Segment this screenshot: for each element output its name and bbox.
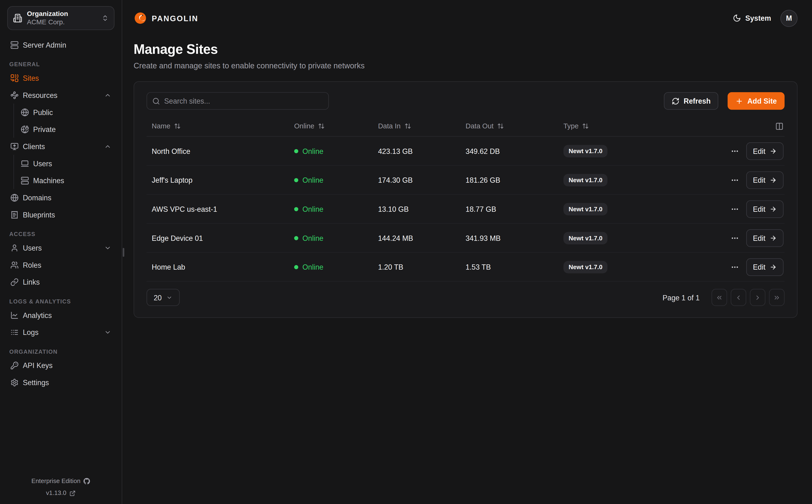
sort-icon xyxy=(582,123,589,129)
sidebar-item-label: Users xyxy=(33,159,52,167)
globe-icon xyxy=(10,193,19,202)
sort-icon xyxy=(404,123,411,129)
sidebar-item-domains[interactable]: Domains xyxy=(7,189,114,206)
refresh-button[interactable]: Refresh xyxy=(664,92,719,110)
sidebar-item-label: Server Admin xyxy=(23,41,66,49)
section-label-access: ACCESS xyxy=(9,231,114,237)
building-icon xyxy=(13,14,22,23)
sidebar-item-client-users[interactable]: Users xyxy=(14,155,115,172)
sidebar-item-public[interactable]: Public xyxy=(14,104,115,121)
page-size-select[interactable]: 20 xyxy=(147,289,180,306)
sort-icon xyxy=(318,123,325,129)
status-label: Online xyxy=(302,263,323,271)
sidebar-item-logs[interactable]: Logs xyxy=(7,323,114,341)
sidebar-item-label: Resources xyxy=(23,91,57,99)
sidebar-item-label: Users xyxy=(23,244,42,252)
chart-line-icon xyxy=(10,311,19,319)
arrow-right-icon xyxy=(770,205,777,212)
theme-label: System xyxy=(745,14,771,22)
sidebar-item-sites[interactable]: Sites xyxy=(7,69,114,86)
search-input[interactable] xyxy=(164,97,323,105)
row-menu-button[interactable] xyxy=(731,263,739,271)
chevron-left-icon xyxy=(735,294,742,301)
type-badge: Newt v1.7.0 xyxy=(563,261,608,273)
edit-button[interactable]: Edit xyxy=(746,258,784,276)
sites-icon xyxy=(10,74,19,82)
edit-button[interactable]: Edit xyxy=(746,229,784,247)
add-site-label: Add Site xyxy=(747,97,777,105)
sidebar-item-private[interactable]: Private xyxy=(14,121,115,138)
edit-button[interactable]: Edit xyxy=(746,200,784,218)
sidebar-item-resources[interactable]: Resources xyxy=(7,86,114,104)
org-switcher[interactable]: Organization ACME Corp. xyxy=(7,6,114,30)
online-dot-icon xyxy=(294,178,298,182)
column-header-type[interactable]: Type xyxy=(558,122,688,130)
section-label-organization: ORGANIZATION xyxy=(9,348,114,355)
sidebar-item-clients[interactable]: Clients xyxy=(7,138,114,155)
sidebar-item-label: Roles xyxy=(23,261,41,269)
version-link[interactable]: v1.13.0 xyxy=(0,487,122,499)
sidebar-item-label: Settings xyxy=(23,378,49,387)
sidebar-item-blueprints[interactable]: Blueprints xyxy=(7,206,114,223)
online-dot-icon xyxy=(294,265,298,269)
table-toolbar: Refresh Add Site xyxy=(147,92,785,110)
column-header-online[interactable]: Online xyxy=(289,122,373,130)
type-badge: Newt v1.7.0 xyxy=(563,174,608,186)
last-page-button[interactable] xyxy=(769,289,785,306)
sidebar-item-roles[interactable]: Roles xyxy=(7,256,114,273)
ellipsis-icon xyxy=(731,263,739,271)
column-header-actions xyxy=(688,122,784,130)
brand-logo[interactable]: PANGOLIN xyxy=(134,11,198,25)
sidebar-item-settings[interactable]: Settings xyxy=(7,374,114,391)
page-head: Manage Sites Create and manage sites to … xyxy=(122,36,812,70)
sidebar-item-links[interactable]: Links xyxy=(7,273,114,291)
site-status: Online xyxy=(289,234,373,242)
sidebar-item-machines[interactable]: Machines xyxy=(14,172,115,189)
prev-page-button[interactable] xyxy=(731,289,746,306)
column-header-data-in[interactable]: Data In xyxy=(373,122,460,130)
columns-toggle-button[interactable] xyxy=(775,122,784,130)
row-menu-button[interactable] xyxy=(731,147,739,155)
chevron-down-icon xyxy=(166,294,173,301)
sidebar: Organization ACME Corp. Server Admin GEN… xyxy=(0,0,122,504)
row-menu-button[interactable] xyxy=(731,176,739,184)
next-page-button[interactable] xyxy=(750,289,765,306)
ellipsis-icon xyxy=(731,234,739,242)
sidebar-item-label: Clients xyxy=(23,142,45,151)
sidebar-item-server-admin[interactable]: Server Admin xyxy=(7,36,114,53)
sidebar-item-api-keys[interactable]: API Keys xyxy=(7,357,114,374)
column-header-name[interactable]: Name xyxy=(147,122,289,130)
globe-icon xyxy=(21,108,29,116)
row-actions: Edit xyxy=(688,258,784,276)
row-actions: Edit xyxy=(688,171,784,189)
site-data-in: 13.10 GB xyxy=(373,205,460,213)
column-label: Type xyxy=(563,122,579,130)
first-page-button[interactable] xyxy=(711,289,727,306)
user-avatar[interactable]: M xyxy=(780,10,797,27)
site-name: North Office xyxy=(147,147,289,155)
add-site-button[interactable]: Add Site xyxy=(728,92,785,110)
online-dot-icon xyxy=(294,149,298,153)
status-label: Online xyxy=(302,205,323,213)
arrow-right-icon xyxy=(770,176,777,183)
theme-toggle[interactable]: System xyxy=(733,14,771,22)
edition-link[interactable]: Enterprise Edition xyxy=(0,475,122,487)
avatar-initial: M xyxy=(786,14,792,22)
row-menu-button[interactable] xyxy=(731,205,739,213)
moon-icon xyxy=(733,14,741,22)
type-badge: Newt v1.7.0 xyxy=(563,145,608,157)
sidebar-item-analytics[interactable]: Analytics xyxy=(7,307,114,324)
row-actions: Edit xyxy=(688,200,784,218)
sidebar-item-users[interactable]: Users xyxy=(7,239,114,256)
version-label: v1.13.0 xyxy=(46,487,66,499)
column-header-data-out[interactable]: Data Out xyxy=(460,122,558,130)
key-icon xyxy=(10,361,19,369)
type-badge: Newt v1.7.0 xyxy=(563,232,608,244)
top-header: PANGOLIN System M xyxy=(122,0,812,36)
row-menu-button[interactable] xyxy=(731,234,739,242)
resources-submenu: Public Private xyxy=(14,104,115,138)
edit-button[interactable]: Edit xyxy=(746,171,784,189)
edit-button[interactable]: Edit xyxy=(746,142,784,160)
chevron-up-icon xyxy=(104,91,111,99)
site-data-out: 341.93 MB xyxy=(460,234,558,242)
